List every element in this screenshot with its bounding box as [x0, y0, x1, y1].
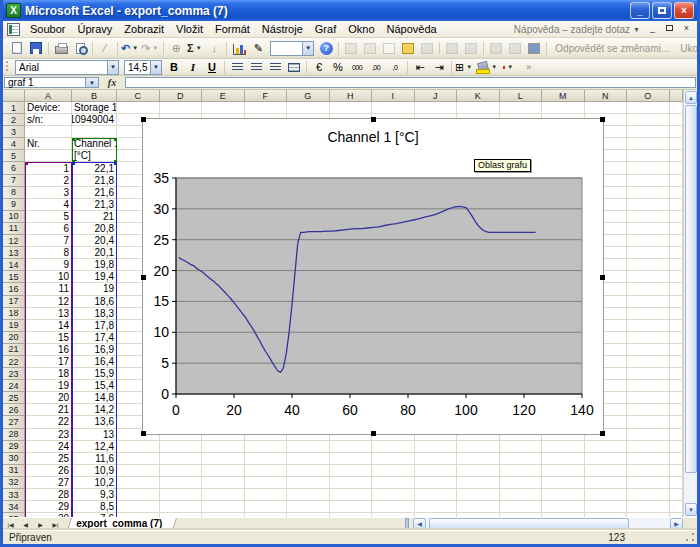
cell-J29[interactable] — [415, 441, 458, 453]
cell-K34[interactable] — [457, 501, 500, 513]
percent-style-icon[interactable]: % — [329, 59, 347, 76]
cell-L29[interactable] — [500, 441, 543, 453]
cell-A2[interactable]: s/n: — [25, 114, 72, 126]
sort-ascending-icon[interactable]: ↓ — [205, 40, 223, 57]
cell-B24[interactable]: 15,4 — [72, 380, 117, 392]
row-header-5[interactable]: 5 — [3, 150, 25, 162]
row-header-26[interactable]: 26 — [3, 404, 25, 416]
col-header-G[interactable]: G — [287, 90, 330, 102]
cell-C33[interactable] — [117, 489, 160, 501]
cell-O29[interactable] — [627, 441, 670, 453]
scroll-left-icon[interactable]: ◀ — [413, 518, 426, 530]
row-header-14[interactable]: 14 — [3, 259, 25, 271]
cell-A21[interactable]: 16 — [25, 344, 72, 356]
cell-C1[interactable] — [117, 102, 160, 114]
cell-A15[interactable]: 10 — [25, 271, 72, 283]
cell-H32[interactable] — [330, 477, 373, 489]
selection-handle[interactable] — [371, 431, 376, 436]
cell-A11[interactable]: 6 — [25, 223, 72, 235]
name-box-dropdown-icon[interactable]: ▼ — [86, 77, 99, 88]
italic-icon[interactable]: I — [184, 59, 202, 76]
cell-A9[interactable]: 4 — [25, 199, 72, 211]
row-header-13[interactable]: 13 — [3, 247, 25, 259]
cell-A10[interactable]: 5 — [25, 211, 72, 223]
cell-A22[interactable]: 17 — [25, 356, 72, 368]
cell-A17[interactable]: 12 — [25, 296, 72, 308]
cell-B20[interactable]: 17,4 — [72, 332, 117, 344]
cell-B13[interactable]: 20,1 — [72, 247, 117, 259]
cell-B34[interactable]: 8,5 — [72, 501, 117, 513]
col-header-J[interactable]: J — [415, 90, 458, 102]
cell-D30[interactable] — [160, 453, 203, 465]
cell-I30[interactable] — [372, 453, 415, 465]
cell-B2[interactable]: 10949004 — [72, 114, 117, 126]
row-header-2[interactable]: 2 — [3, 114, 25, 126]
cell-O33[interactable] — [627, 489, 670, 501]
fill-color-icon[interactable]: ▼ — [475, 59, 499, 76]
row-header-29[interactable]: 29 — [3, 441, 25, 453]
cell-B25[interactable]: 14,8 — [72, 392, 117, 404]
chevron-down-icon[interactable]: ▼ — [107, 61, 118, 74]
folder-open-icon[interactable] — [399, 40, 417, 57]
cell-H31[interactable] — [330, 465, 373, 477]
row-header-17[interactable]: 17 — [3, 296, 25, 308]
align-right-icon[interactable] — [266, 59, 284, 76]
cell-N33[interactable] — [585, 489, 628, 501]
row-header-8[interactable]: 8 — [3, 187, 25, 199]
cell-N30[interactable] — [585, 453, 628, 465]
col-header-C[interactable]: C — [117, 90, 160, 102]
cell-L1[interactable] — [500, 102, 543, 114]
chevron-down-icon[interactable]: ▼ — [150, 61, 161, 74]
selection-handle[interactable] — [600, 431, 605, 436]
previous-change-icon[interactable] — [443, 40, 461, 57]
cell-O15[interactable] — [627, 271, 670, 283]
font-size-combobox[interactable]: 14,5 ▼ — [124, 60, 162, 75]
cell-A4[interactable]: Nr. — [25, 138, 72, 150]
note-icon[interactable] — [380, 40, 398, 57]
selection-handle[interactable] — [141, 431, 146, 436]
cell-H30[interactable] — [330, 453, 373, 465]
update-file-icon[interactable] — [506, 40, 524, 57]
currency-style-icon[interactable]: € — [310, 59, 328, 76]
cell-A20[interactable]: 15 — [25, 332, 72, 344]
cell-K1[interactable] — [457, 102, 500, 114]
toolbar-options-icon[interactable]: » — [523, 59, 534, 75]
cell-O20[interactable] — [627, 332, 670, 344]
col-header-L[interactable]: L — [500, 90, 543, 102]
col-header-N[interactable]: N — [585, 90, 628, 102]
cell-O21[interactable] — [627, 344, 670, 356]
row-header-3[interactable]: 3 — [3, 126, 25, 138]
row-header-18[interactable]: 18 — [3, 308, 25, 320]
cell-O17[interactable] — [627, 296, 670, 308]
cell-D33[interactable] — [160, 489, 203, 501]
col-header-D[interactable]: D — [160, 90, 203, 102]
cell-O25[interactable] — [627, 392, 670, 404]
cell-B5[interactable]: [°C] — [72, 150, 117, 162]
row-header-30[interactable]: 30 — [3, 453, 25, 465]
cell-B12[interactable]: 20,4 — [72, 235, 117, 247]
cell-L30[interactable] — [500, 453, 543, 465]
cell-C31[interactable] — [117, 465, 160, 477]
cell-K32[interactable] — [457, 477, 500, 489]
font-color-icon[interactable]: ▼ — [500, 59, 518, 76]
cell-B23[interactable]: 15,9 — [72, 368, 117, 380]
cell-B6[interactable]: 22,1 — [72, 162, 117, 174]
autosum-icon[interactable]: Σ▼ — [186, 40, 204, 57]
cell-K31[interactable] — [457, 465, 500, 477]
menu-napoveda[interactable]: Nápověda — [381, 22, 443, 37]
merge-center-icon[interactable] — [285, 59, 303, 76]
cell-B18[interactable]: 18,3 — [72, 308, 117, 320]
insert-hyperlink-icon[interactable]: ⊕ — [167, 40, 185, 57]
cell-B21[interactable]: 16,9 — [72, 344, 117, 356]
cell-O18[interactable] — [627, 308, 670, 320]
cell-O11[interactable] — [627, 223, 670, 235]
first-sheet-icon[interactable]: |◀ — [3, 518, 18, 530]
cell-O1[interactable] — [627, 102, 670, 114]
col-header-F[interactable]: F — [245, 90, 288, 102]
chevron-down-icon[interactable]: ▼ — [194, 45, 204, 51]
cell-A5[interactable] — [25, 150, 72, 162]
vertical-scrollbar[interactable]: ▲ ▼ — [683, 90, 697, 517]
cell-B14[interactable]: 19,8 — [72, 259, 117, 271]
cell-G30[interactable] — [287, 453, 330, 465]
row-header-11[interactable]: 11 — [3, 223, 25, 235]
